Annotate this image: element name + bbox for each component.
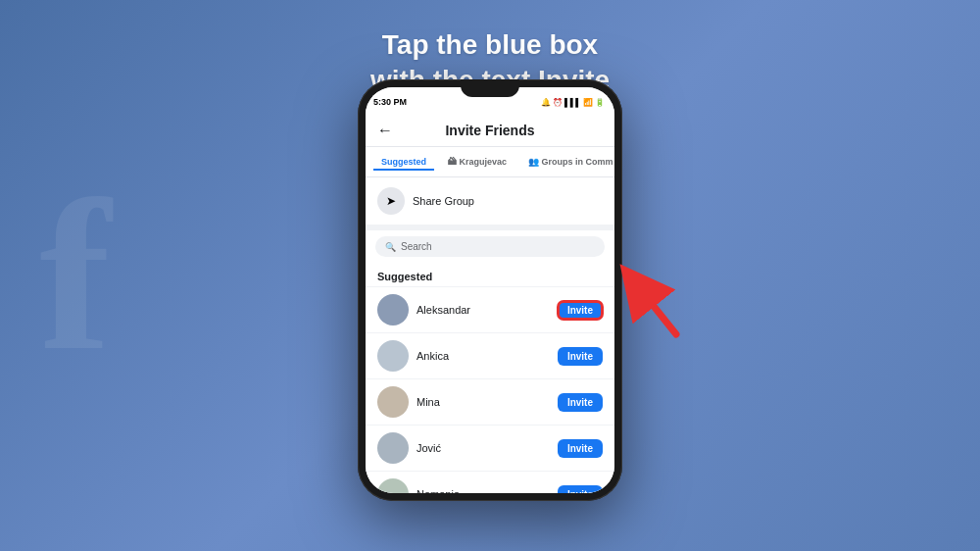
invite-button-aleksandar[interactable]: Invite <box>558 301 603 320</box>
friend-row-aleksandar: Aleksandar Invite <box>366 286 614 332</box>
search-placeholder: Search <box>401 241 432 252</box>
friend-list: Aleksandar Invite Ankica Invite Mina Inv… <box>366 286 614 493</box>
friend-row-mina: Mina Invite <box>366 378 614 425</box>
friend-name-mina: Mina <box>416 396 550 408</box>
friend-row-jovic: Jović Invite <box>366 425 614 471</box>
share-group-label: Share Group <box>413 195 474 207</box>
invite-button-jovic[interactable]: Invite <box>558 439 603 458</box>
invite-button-nemanja[interactable]: Invite <box>558 485 603 494</box>
instruction-line1: Tap the blue box <box>0 27 980 63</box>
friend-name-nemanja: Nemanja <box>416 488 550 493</box>
signal-icon: ▌▌▌ <box>564 98 581 107</box>
wifi-icon: 📶 <box>583 98 593 107</box>
back-button[interactable]: ← <box>377 122 393 139</box>
avatar-jovic <box>377 432 409 464</box>
battery-icon: 🔋 <box>595 98 605 107</box>
alarm-icon: ⏰ <box>553 98 563 107</box>
tab-groups-in-common[interactable]: 👥 Groups in Comm <box>520 153 614 171</box>
share-group-row[interactable]: ➤ Share Group <box>366 177 614 225</box>
friend-name-ankica: Ankica <box>416 350 550 362</box>
search-container: 🔍 Search <box>366 230 614 263</box>
suggested-section-label: Suggested <box>366 263 614 286</box>
avatar-nemanja <box>377 478 409 493</box>
friend-row-ankica: Ankica Invite <box>366 332 614 378</box>
friend-name-jovic: Jović <box>416 442 550 454</box>
status-icons: 🔔 ⏰ ▌▌▌ 📶 🔋 <box>541 98 605 107</box>
phone-notch <box>461 79 519 97</box>
tab-kragujevac[interactable]: 🏔 Kragujevac <box>440 153 514 171</box>
tab-suggested[interactable]: Suggested <box>373 153 434 171</box>
avatar-ankica <box>377 340 409 372</box>
share-icon: ➤ <box>377 187 405 215</box>
page-title: Invite Friends <box>445 123 534 138</box>
app-header: ← Invite Friends <box>366 115 614 147</box>
search-icon: 🔍 <box>385 242 396 252</box>
invite-button-ankica[interactable]: Invite <box>558 347 603 366</box>
svg-line-1 <box>637 285 676 334</box>
tabs-row: Suggested 🏔 Kragujevac 👥 Groups in Comm <box>366 147 614 177</box>
friend-name-aleksandar: Aleksandar <box>416 304 550 316</box>
invite-button-mina[interactable]: Invite <box>558 393 603 412</box>
phone-screen: 5:30 PM 🔔 ⏰ ▌▌▌ 📶 🔋 ← Invite Friends Sug… <box>366 87 614 493</box>
annotation-arrow <box>617 256 706 344</box>
avatar-aleksandar <box>377 294 409 326</box>
search-input-box[interactable]: 🔍 Search <box>375 236 605 257</box>
phone-mockup: 5:30 PM 🔔 ⏰ ▌▌▌ 📶 🔋 ← Invite Friends Sug… <box>358 79 622 501</box>
fb-watermark: f <box>39 168 111 383</box>
friend-row-nemanja: Nemanja Invite <box>366 471 614 493</box>
notification-icon: 🔔 <box>541 98 551 107</box>
avatar-mina <box>377 386 409 418</box>
status-time: 5:30 PM <box>373 97 407 107</box>
phone-shell: 5:30 PM 🔔 ⏰ ▌▌▌ 📶 🔋 ← Invite Friends Sug… <box>358 79 622 501</box>
